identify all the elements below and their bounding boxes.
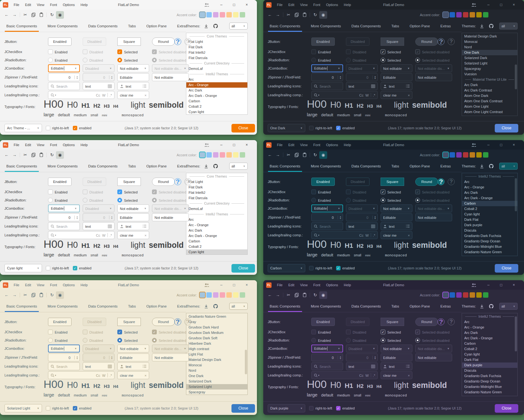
tab-more-components[interactable]: More Components <box>311 300 341 312</box>
theme-list-item[interactable]: Gradianto Deep Ocean <box>462 379 517 384</box>
menu-list-icon[interactable] <box>406 85 410 88</box>
themes-filter-combobox[interactable]: all ▼ <box>499 23 518 30</box>
search-field[interactable]: Search <box>311 82 343 90</box>
search-dropdown-icon[interactable]: ▼ <box>314 93 320 97</box>
theme-list-item[interactable]: Atom One Dark Contrast <box>462 98 517 104</box>
download-icon[interactable] <box>203 163 210 169</box>
menu-list-icon[interactable] <box>142 85 147 88</box>
menu-font[interactable]: Font <box>47 143 60 147</box>
regex-icon[interactable]: .* <box>373 233 375 237</box>
maximize-button[interactable]: □ <box>228 3 240 7</box>
accent-swatch-yellow[interactable] <box>476 12 482 17</box>
accent-swatch-green[interactable] <box>240 12 245 17</box>
checkbox-selected[interactable]: ✓Selected <box>117 190 149 194</box>
tab-basic-components[interactable]: Basic Components <box>270 300 300 312</box>
forward-icon[interactable]: → <box>10 291 18 299</box>
help-button[interactable]: ? <box>438 318 445 325</box>
radio-selected[interactable]: Selected <box>117 198 149 203</box>
clear-icon[interactable]: × <box>145 373 147 377</box>
table-icon[interactable] <box>108 364 112 368</box>
menu-options[interactable]: Options <box>323 143 341 147</box>
forward-icon[interactable]: → <box>274 11 282 19</box>
close-window-button[interactable]: × <box>240 3 253 7</box>
enabled-button[interactable]: Enabled <box>311 178 335 186</box>
text-field-table[interactable]: text <box>83 362 114 370</box>
search-dropdown-icon[interactable]: ▼ <box>51 233 57 237</box>
search-dropdown-icon[interactable]: ▼ <box>51 373 57 377</box>
tab-basic-components[interactable]: Basic Components <box>6 20 37 32</box>
tab-tabs[interactable]: Tabs <box>128 160 136 172</box>
tab-option-pane[interactable]: Option Pane <box>146 20 167 32</box>
enabled-button[interactable]: Enabled <box>48 318 72 326</box>
search-field[interactable]: Search <box>48 362 80 370</box>
menu-font[interactable]: Font <box>47 3 60 7</box>
cut-icon[interactable]: ✂ <box>285 11 293 19</box>
show-hidden-eye-icon[interactable]: ◉ <box>319 11 327 19</box>
cut-icon[interactable]: ✂ <box>21 11 29 19</box>
show-hidden-eye-icon[interactable]: ◉ <box>319 151 327 159</box>
match-case-icon[interactable]: Cc <box>96 93 100 97</box>
accent-swatch-blue[interactable] <box>206 292 212 298</box>
radio-selected-icon[interactable] <box>381 338 385 343</box>
spinner[interactable]: 0▲▼ <box>48 354 80 362</box>
radio-selected[interactable]: Selected <box>381 198 412 203</box>
close-button[interactable]: Close <box>495 404 518 413</box>
forward-icon[interactable]: → <box>274 151 282 159</box>
accent-swatch-green[interactable] <box>240 152 245 158</box>
textfield-editable[interactable]: Editable <box>381 73 412 81</box>
checkbox-icon[interactable] <box>46 126 50 130</box>
match-case-icon[interactable]: Cc <box>96 373 100 377</box>
minimize-button[interactable]: – <box>215 283 228 287</box>
close-button[interactable]: Close <box>495 264 518 273</box>
menu-help[interactable]: Help <box>78 143 91 147</box>
spinner[interactable]: 0▲▼ <box>311 73 343 81</box>
tab-tabs[interactable]: Tabs <box>128 20 136 32</box>
close-window-button[interactable]: × <box>507 283 520 287</box>
radio-selected-icon[interactable] <box>117 198 122 203</box>
accent-swatch-blue[interactable] <box>450 12 455 17</box>
checkbox-checked-icon[interactable]: ✓ <box>336 126 341 130</box>
match-case-icon[interactable]: Cc <box>359 233 363 237</box>
minimize-button[interactable]: – <box>482 3 495 7</box>
theme-list-item[interactable]: Gradianto Deep Ocean <box>462 239 517 244</box>
checkbox-icon[interactable] <box>311 330 316 335</box>
refresh-icon[interactable]: ↻ <box>48 151 56 159</box>
accent-swatch-yellow[interactable] <box>233 152 238 158</box>
theme-list-item[interactable]: Atom One Light <box>462 104 517 109</box>
square-button[interactable]: Square <box>381 178 404 186</box>
accent-swatch-red[interactable] <box>463 12 468 17</box>
menu-view[interactable]: View <box>34 143 47 147</box>
checkbox-icon[interactable] <box>48 330 53 335</box>
minimize-button[interactable]: – <box>482 283 495 287</box>
right-to-left-checkbox[interactable]: right-to-left <box>46 266 69 270</box>
theme-combobox[interactable]: One Dark ▼ <box>268 124 305 132</box>
text-field-table[interactable]: text <box>83 222 114 230</box>
close-window-button[interactable]: × <box>507 3 520 7</box>
close-button[interactable]: Close <box>495 124 518 132</box>
accent-swatch-red[interactable] <box>220 292 225 298</box>
accent-swatch-orange[interactable] <box>226 292 232 298</box>
users-icon[interactable] <box>204 283 215 287</box>
menu-list-icon[interactable] <box>142 365 147 368</box>
copy-icon[interactable] <box>29 11 37 19</box>
checkbox-selected[interactable]: ✓Selected <box>117 50 149 54</box>
menu-edit[interactable]: Edit <box>286 143 297 147</box>
menu-file[interactable]: File <box>11 3 22 7</box>
github-icon[interactable] <box>212 163 219 169</box>
tab-more-components[interactable]: More Components <box>311 160 341 172</box>
menu-edit[interactable]: Edit <box>286 3 297 7</box>
accent-swatch-yellow[interactable] <box>476 152 482 158</box>
help-button[interactable]: ? <box>438 38 445 45</box>
text-field-table[interactable]: text <box>346 222 378 230</box>
whole-words-icon[interactable]: W <box>365 233 369 237</box>
copy-icon[interactable] <box>29 151 37 159</box>
spinner-arrows-icon[interactable]: ▲▼ <box>338 356 341 359</box>
cut-icon[interactable]: ✂ <box>285 291 293 299</box>
tab-more-components[interactable]: More Components <box>48 160 78 172</box>
round-button[interactable]: Round <box>415 178 438 186</box>
radio-selected[interactable]: Selected <box>117 58 149 63</box>
refresh-icon[interactable]: ↻ <box>311 11 319 19</box>
cut-icon[interactable]: ✂ <box>21 291 29 299</box>
github-icon[interactable] <box>488 23 494 29</box>
accent-swatch-default[interactable] <box>200 12 205 17</box>
